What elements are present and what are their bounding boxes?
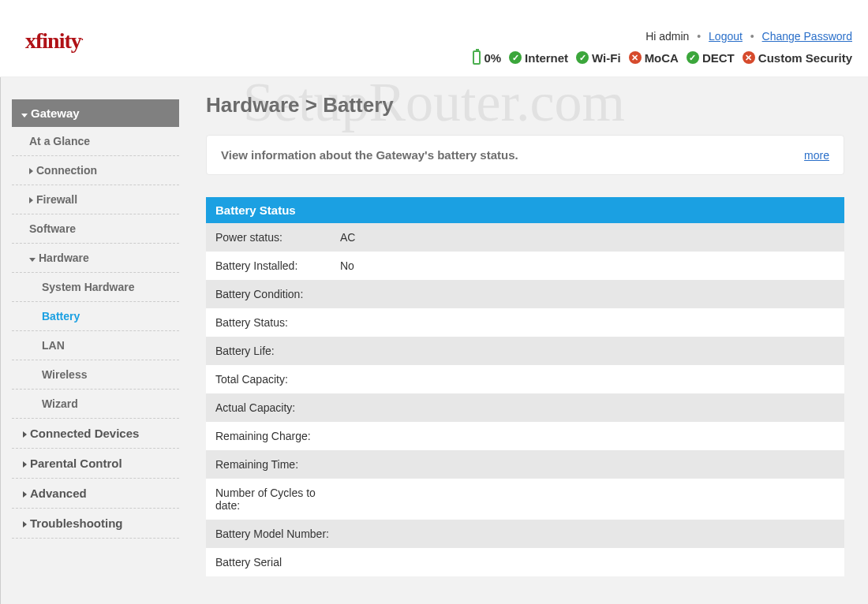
x-icon: ✕ [743, 51, 755, 64]
status-dect: ✓DECT [687, 51, 735, 65]
info-box: View information about the Gateway's bat… [206, 135, 844, 175]
row-label: Battery Status: [215, 316, 340, 329]
row-label: Actual Capacity: [215, 401, 340, 414]
sidebar-item-lan[interactable]: LAN [12, 331, 179, 360]
table-row: Remaining Charge: [206, 422, 844, 450]
row-label: Battery Condition: [215, 288, 340, 300]
breadcrumb: Hardware > Battery [206, 93, 844, 117]
table-row: Battery Condition: [206, 280, 844, 308]
caret-down-icon [21, 114, 28, 117]
content-wrap: Gateway At a Glance Connection Firewall … [0, 77, 868, 604]
status-wifi: ✓Wi-Fi [576, 51, 621, 65]
sidebar-header-gateway[interactable]: Gateway [12, 99, 179, 127]
caret-down-icon [29, 258, 36, 262]
main-content: Hardware > Battery View information abou… [182, 77, 868, 604]
top-right-links: Hi admin • Logout • Change Password [645, 30, 852, 43]
greeting: Hi admin [645, 30, 689, 43]
check-icon: ✓ [576, 51, 589, 64]
row-label: Battery Installed: [215, 259, 340, 272]
table-row: Battery Model Number: [206, 520, 844, 548]
separator: • [750, 30, 754, 43]
row-value: AC [340, 231, 355, 244]
battery-icon [473, 50, 481, 65]
battery-status: 0% [473, 50, 501, 65]
caret-right-icon [29, 168, 33, 174]
logo: xfinity. [25, 28, 83, 54]
logout-link[interactable]: Logout [709, 30, 743, 43]
sidebar-item-wireless[interactable]: Wireless [12, 360, 179, 390]
header: xfinity. Hi admin • Logout • Change Pass… [0, 0, 868, 77]
status-moca: ✕MoCA [629, 51, 679, 65]
sidebar-item-software[interactable]: Software [12, 214, 179, 244]
panel-rows: Power status:ACBattery Installed:NoBatte… [206, 223, 844, 576]
row-label: Number of Cycles to date: [215, 487, 340, 512]
row-label: Total Capacity: [215, 373, 340, 386]
sidebar: Gateway At a Glance Connection Firewall … [1, 77, 182, 604]
sidebar-item-troubleshooting[interactable]: Troubleshooting [12, 509, 179, 539]
sidebar-item-connection[interactable]: Connection [12, 156, 179, 185]
sidebar-item-wizard[interactable]: Wizard [12, 390, 179, 419]
table-row: Battery Life: [206, 337, 844, 365]
sidebar-item-advanced[interactable]: Advanced [12, 479, 179, 509]
table-row: Battery Status: [206, 308, 844, 337]
row-label: Battery Life: [215, 345, 340, 357]
sidebar-item-parental-control[interactable]: Parental Control [12, 449, 179, 479]
status-custom-security: ✕Custom Security [743, 51, 852, 65]
change-password-link[interactable]: Change Password [762, 30, 852, 43]
sidebar-item-firewall[interactable]: Firewall [12, 185, 179, 214]
sidebar-item-connected-devices[interactable]: Connected Devices [12, 419, 179, 449]
battery-status-panel: Battery Status Power status:ACBattery In… [206, 197, 844, 576]
table-row: Number of Cycles to date: [206, 479, 844, 520]
table-row: Battery Serial [206, 548, 844, 576]
info-text: View information about the Gateway's bat… [221, 148, 518, 162]
row-label: Remaining Time: [215, 458, 340, 471]
sidebar-item-hardware[interactable]: Hardware [12, 244, 179, 273]
caret-right-icon [23, 461, 27, 468]
sidebar-item-battery[interactable]: Battery [12, 302, 179, 331]
separator: • [697, 30, 701, 43]
check-icon: ✓ [687, 51, 699, 64]
table-row: Actual Capacity: [206, 393, 844, 422]
table-row: Power status:AC [206, 223, 844, 252]
x-icon: ✕ [629, 51, 642, 64]
more-link[interactable]: more [804, 149, 829, 162]
status-internet: ✓Internet [509, 51, 568, 65]
row-label: Remaining Charge: [215, 430, 340, 442]
status-bar: 0% ✓Internet ✓Wi-Fi ✕MoCA ✓DECT ✕Custom … [473, 50, 852, 65]
table-row: Total Capacity: [206, 365, 844, 393]
battery-percent: 0% [484, 51, 501, 65]
sidebar-item-system-hardware[interactable]: System Hardware [12, 273, 179, 302]
caret-right-icon [23, 491, 27, 498]
row-value: No [340, 259, 354, 272]
row-label: Battery Model Number: [215, 528, 340, 540]
sidebar-item-at-a-glance[interactable]: At a Glance [12, 127, 179, 156]
caret-right-icon [23, 431, 27, 438]
panel-title: Battery Status [206, 197, 844, 223]
table-row: Remaining Time: [206, 450, 844, 479]
row-label: Battery Serial [215, 556, 340, 569]
row-label: Power status: [215, 231, 340, 244]
check-icon: ✓ [509, 51, 522, 64]
table-row: Battery Installed:No [206, 252, 844, 280]
caret-right-icon [23, 521, 27, 528]
caret-right-icon [29, 197, 33, 203]
